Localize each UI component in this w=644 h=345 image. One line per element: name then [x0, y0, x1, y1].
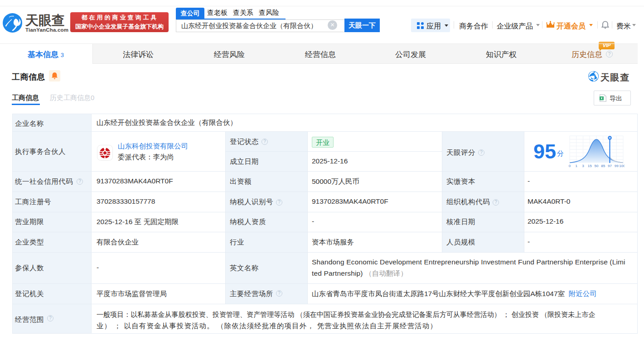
svg-text:85: 85: [601, 164, 605, 168]
svg-text:1: 1: [575, 164, 577, 168]
svg-text:3: 3: [582, 164, 584, 168]
svg-text:50: 50: [595, 164, 599, 168]
svg-text:15: 15: [588, 164, 592, 168]
svg-text:100: 100: [619, 164, 625, 168]
svg-text:99: 99: [615, 164, 619, 168]
svg-text:97: 97: [608, 164, 612, 168]
svg-text:0: 0: [569, 164, 571, 168]
